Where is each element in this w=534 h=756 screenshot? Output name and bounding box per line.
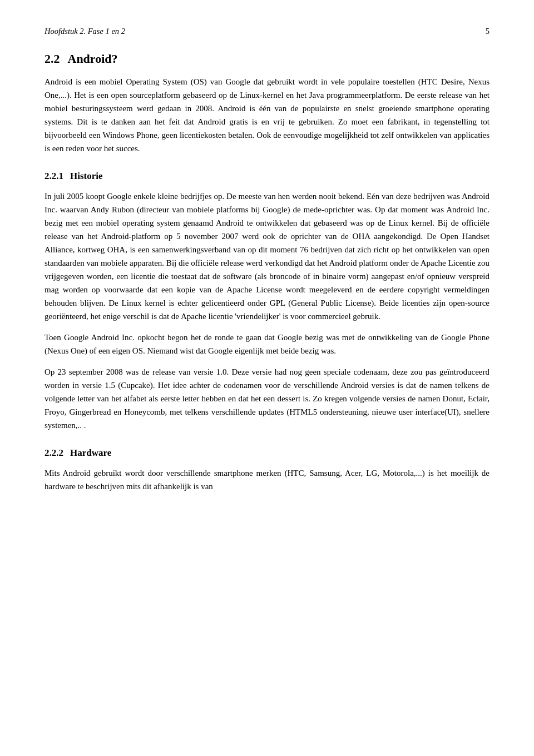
page-header: Hoofdstuk 2. Fase 1 en 2 5 bbox=[44, 27, 490, 36]
header-page-number: 5 bbox=[486, 27, 490, 36]
subsection-1-para-2: Toen Google Android Inc. opkocht begon h… bbox=[44, 331, 490, 357]
subsection-1-para-3: Op 23 september 2008 was de release van … bbox=[44, 365, 490, 432]
subsection-number-1: 2.2.1 bbox=[44, 171, 63, 182]
section-number: 2.2 bbox=[44, 52, 60, 66]
page: Hoofdstuk 2. Fase 1 en 2 5 2.2 Android? … bbox=[0, 0, 534, 756]
section-title: Android? bbox=[68, 52, 118, 66]
subsection-title-1: Historie bbox=[70, 171, 103, 182]
section-heading-2-2: 2.2 Android? bbox=[44, 52, 490, 66]
page-content: 2.2 Android? Android is een mobiel Opera… bbox=[44, 52, 490, 493]
header-chapter: Hoofdstuk 2. Fase 1 en 2 bbox=[44, 27, 125, 36]
subsection-number-2: 2.2.2 bbox=[44, 447, 63, 459]
subsection-heading-2-2-1: 2.2.1 Historie bbox=[44, 171, 490, 182]
subsection-2-para-1: Mits Android gebruikt wordt door verschi… bbox=[44, 466, 490, 493]
subsection-heading-2-2-2: 2.2.2 Hardware bbox=[44, 447, 490, 459]
subsection-title-2: Hardware bbox=[70, 447, 111, 459]
subsection-1-para-1: In juli 2005 koopt Google enkele kleine … bbox=[44, 190, 490, 323]
section-intro-paragraph: Android is een mobiel Operating System (… bbox=[44, 75, 490, 155]
